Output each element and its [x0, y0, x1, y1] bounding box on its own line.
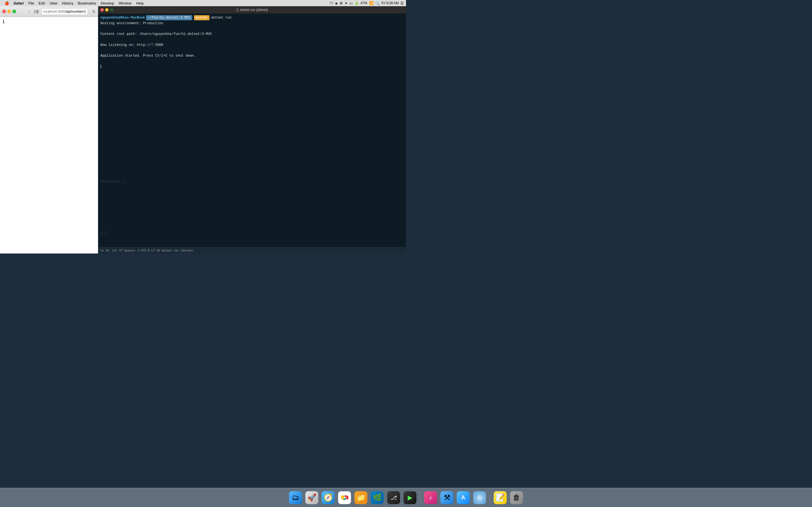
- main-layout: ‹ › localhost:3000/api/number/1 ↻ ⬆ +: [0, 6, 406, 253]
- menu-bookmarks[interactable]: Bookmarks: [75, 0, 98, 6]
- wifi-icon: 📶: [369, 1, 373, 5]
- terminal-close-button[interactable]: [100, 8, 104, 11]
- menu-window[interactable]: Window: [116, 0, 134, 6]
- safari-content: 1: [0, 17, 98, 253]
- reload-button[interactable]: ↻: [91, 8, 97, 15]
- back-button[interactable]: ‹: [19, 8, 25, 15]
- notification-icon[interactable]: ☰: [400, 1, 404, 5]
- safari-window: ‹ › localhost:3000/api/number/1 ↻ ⬆ +: [0, 6, 98, 253]
- airplay-icon: ▭: [349, 1, 353, 5]
- prompt-branch: master: [194, 15, 209, 20]
- menu-file[interactable]: File: [26, 0, 36, 6]
- clock: Fri 9:28 AM: [382, 1, 399, 5]
- output-line-1: Hosting environment: Production: [100, 21, 404, 26]
- address-bar[interactable]: localhost:3000/api/number/1: [42, 8, 88, 15]
- output-line-4: Application started. Press Ctrl+C to shu…: [100, 53, 404, 59]
- terminal-maximize-button[interactable]: [110, 8, 113, 11]
- kaspersky-icon: 🛡: [329, 1, 333, 5]
- terminal-output: Hosting environment: Production Content …: [100, 21, 404, 69]
- page-content-number: 1: [2, 19, 5, 24]
- prompt-path: ~/fun/hi-dotnet/3-MVC: [146, 15, 192, 20]
- battery-icon: 🔋: [354, 1, 359, 5]
- terminal-title: 2. dotnet run (dotnet): [236, 8, 268, 12]
- url-host: localhost:3000: [43, 10, 65, 13]
- menu-view[interactable]: View: [47, 0, 60, 6]
- forward-button[interactable]: ›: [26, 8, 33, 15]
- unknown-icon: ⚙: [340, 1, 343, 5]
- safari-traffic-lights: [2, 10, 16, 13]
- safari-nav: ‹ ›: [19, 8, 33, 15]
- svg-rect-2: [36, 11, 39, 12]
- menu-history[interactable]: History: [59, 0, 75, 6]
- cursor-line: ▌: [100, 64, 404, 69]
- app-name[interactable]: Safari: [11, 0, 26, 6]
- terminal-statusbar: Ln 16, Col 17 Spaces: 2 UTF-8 LF C# dotn…: [98, 247, 406, 253]
- sidebar-button[interactable]: [34, 8, 39, 15]
- safari-maximize-button[interactable]: [12, 10, 16, 13]
- terminal-minimize-button[interactable]: [105, 8, 109, 11]
- menubar: 🍎 Safari File Edit View History Bookmark…: [0, 0, 406, 6]
- url-path: /api/number/1: [65, 10, 86, 13]
- search-icon[interactable]: 🔍: [375, 1, 380, 5]
- statusbar-text: Ln 16, Col 17 Spaces: 2 UTF-8 LF C# dotn…: [100, 249, 194, 252]
- terminal-prompt: nguyenkha@Khas-MacBook ~/fun/hi-dotnet/3…: [100, 15, 404, 20]
- safari-minimize-button[interactable]: [7, 10, 11, 13]
- safari-close-button[interactable]: [2, 10, 6, 13]
- output-line-3: Now listening on: http://*:3000: [100, 43, 404, 48]
- svg-rect-1: [36, 10, 39, 11]
- svg-rect-0: [34, 10, 36, 13]
- svg-rect-3: [36, 12, 39, 13]
- prompt-command: dotnet run: [211, 15, 232, 20]
- terminal-titlebar: 2. dotnet run (dotnet): [98, 6, 406, 13]
- bluetooth-icon: ✦: [345, 1, 348, 5]
- terminal-traffic-lights: [100, 8, 113, 11]
- battery-percent: 47%: [361, 1, 367, 5]
- menubar-right: 🛡 ◈ ⚙ ✦ ▭ 🔋 47% 📶 🔍 Fri 9:28 AM ☰: [329, 1, 404, 5]
- menu-edit[interactable]: Edit: [36, 0, 47, 6]
- apple-menu[interactable]: 🍎: [2, 0, 11, 6]
- dropbox-icon: ◈: [335, 1, 338, 5]
- safari-titlebar: ‹ › localhost:3000/api/number/1 ↻ ⬆ +: [0, 6, 98, 17]
- menu-develop[interactable]: Develop: [98, 0, 116, 6]
- code-overlay: Controller { 3 };: [100, 179, 125, 236]
- terminal-body[interactable]: nguyenkha@Khas-MacBook ~/fun/hi-dotnet/3…: [98, 13, 406, 247]
- prompt-user: nguyenkha@Khas-MacBook: [100, 15, 145, 20]
- menu-help[interactable]: Help: [134, 0, 146, 6]
- terminal-window: 2. dotnet run (dotnet) nguyenkha@Khas-Ma…: [98, 6, 406, 253]
- output-line-2: Content root path: /Users/nguyenkha/fun/…: [100, 32, 404, 37]
